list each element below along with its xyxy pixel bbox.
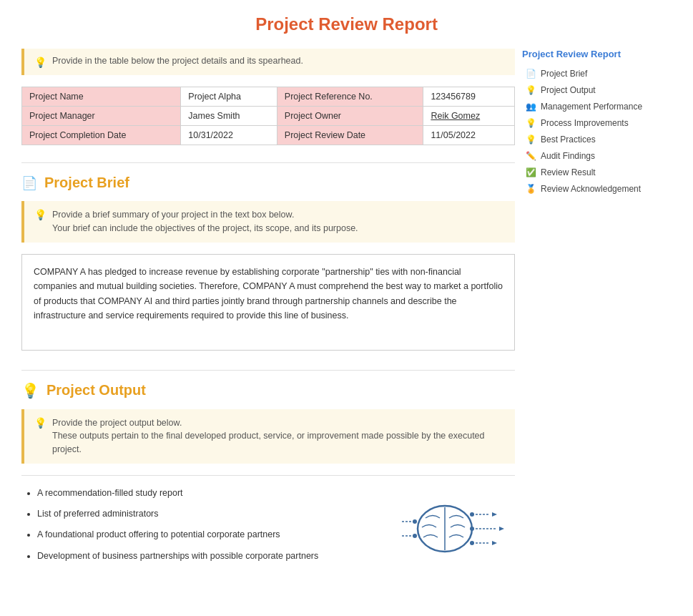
output-section-title: Project Output (46, 382, 146, 399)
project-table: Project NameProject AlphaProject Referen… (21, 87, 515, 145)
sidebar-item[interactable]: 💡Process Improvements (522, 116, 647, 130)
output-info-line2: These outputs pertain to the final devel… (52, 429, 505, 456)
output-info-text: Provide the project output below. These … (52, 416, 505, 456)
section-project-output: 💡 Project Output 💡 Provide the project o… (21, 382, 515, 574)
output-info-line1: Provide the project output below. (52, 416, 505, 430)
sidebar-item-label: Project Brief (541, 69, 587, 79)
people-icon: 👥 (525, 102, 536, 112)
sidebar-item[interactable]: ✅Review Result (522, 165, 647, 180)
brief-bulb-icon: 💡 (34, 209, 46, 220)
output-list: A recommendation-filled study reportList… (21, 486, 393, 569)
page-title: Project Review Report (255, 14, 438, 34)
table-cell-3: 123456789 (423, 87, 515, 107)
sidebar: Project Review Report 📄Project Brief💡Pro… (522, 49, 647, 198)
check-icon: ✅ (525, 167, 536, 177)
table-row: Project ManagerJames SmithProject OwnerR… (22, 107, 515, 126)
sidebar-item[interactable]: 💡Best Practices (522, 132, 647, 147)
sidebar-item[interactable]: 🏅Review Acknowledgement (522, 182, 647, 196)
main-content: 💡 Provide in the table below the project… (21, 49, 522, 574)
output-section-icon: 💡 (21, 382, 39, 399)
sidebar-item-label: Project Output (541, 85, 596, 95)
output-info-box: 💡 Provide the project output below. Thes… (21, 409, 515, 464)
table-cell-2: Project Reference No. (277, 87, 423, 107)
sidebar-item[interactable]: 📄Project Brief (522, 67, 647, 81)
table-row: Project Completion Date10/31/2022Project… (22, 126, 515, 145)
section-project-brief: 📄 Project Brief 💡 Provide a brief summar… (21, 175, 515, 370)
brief-section-title: Project Brief (44, 175, 129, 191)
svg-marker-7 (492, 541, 497, 545)
table-row: Project NameProject AlphaProject Referen… (22, 87, 515, 107)
sidebar-item-label: Review Result (541, 167, 596, 177)
svg-point-12 (470, 512, 474, 517)
section-divider-1 (21, 162, 515, 163)
sidebar-item-label: Audit Findings (541, 151, 595, 161)
sidebar-item[interactable]: 💡Project Output (522, 83, 647, 97)
brief-info-box: 💡 Provide a brief summary of your projec… (21, 201, 515, 243)
table-cell-2: Project Review Date (277, 126, 423, 145)
section-heading-output: 💡 Project Output (21, 382, 515, 399)
list-item: A recommendation-filled study report (37, 486, 393, 501)
table-cell-2: Project Owner (277, 107, 423, 126)
section-divider-2 (21, 370, 515, 371)
header-info-text: Provide in the table below the project d… (52, 56, 303, 66)
section-heading-brief: 📄 Project Brief (21, 175, 515, 191)
sidebar-item-label: Best Practices (541, 135, 596, 145)
output-divider (21, 475, 515, 476)
svg-point-16 (413, 534, 417, 538)
brief-section-icon: 📄 (21, 175, 37, 191)
bulb-icon: 💡 (34, 57, 46, 68)
table-cell-0: Project Manager (22, 107, 181, 126)
list-item: Development of business partnerships wit… (37, 549, 393, 564)
pencil-icon: ✏️ (525, 151, 536, 161)
header-info-box: 💡 Provide in the table below the project… (21, 49, 515, 75)
list-item: A foundational product offering to poten… (37, 527, 393, 542)
output-bottom: A recommendation-filled study reportList… (21, 486, 515, 574)
award-icon: 🏅 (525, 184, 536, 194)
sidebar-item-label: Management Performance (541, 102, 642, 112)
sidebar-item-label: Review Acknowledgement (541, 184, 641, 194)
bulb-yellow-icon: 💡 (525, 85, 536, 95)
bulb-orange-icon: 💡 (525, 135, 536, 145)
brief-info-line2: Your brief can include the objectives of… (52, 222, 358, 235)
table-cell-1: 10/31/2022 (181, 126, 277, 145)
sidebar-item[interactable]: 👥Management Performance (522, 99, 647, 114)
page-icon: 📄 (525, 69, 536, 79)
table-cell-0: Project Completion Date (22, 126, 181, 145)
sidebar-item-label: Process Improvements (541, 118, 629, 128)
svg-marker-6 (499, 527, 504, 531)
bulb-orange-icon: 💡 (525, 118, 536, 128)
svg-marker-5 (492, 512, 497, 517)
table-cell-3: Reik Gomez (423, 107, 515, 126)
brief-info-line1: Provide a brief summary of your project … (52, 208, 358, 222)
brief-info-text: Provide a brief summary of your project … (52, 208, 358, 235)
brief-textarea[interactable] (21, 254, 515, 351)
svg-point-14 (470, 541, 474, 545)
brain-illustration (400, 486, 515, 574)
sidebar-title: Project Review Report (522, 49, 647, 59)
table-cell-1: Project Alpha (181, 87, 277, 107)
svg-point-13 (470, 527, 474, 531)
list-item: List of preferred administrators (37, 507, 393, 522)
sidebar-item[interactable]: ✏️Audit Findings (522, 149, 647, 163)
table-cell-0: Project Name (22, 87, 181, 107)
table-cell-3: 11/05/2022 (423, 126, 515, 145)
svg-point-15 (413, 519, 417, 524)
output-bulb-icon: 💡 (34, 417, 46, 429)
table-cell-1: James Smith (181, 107, 277, 126)
